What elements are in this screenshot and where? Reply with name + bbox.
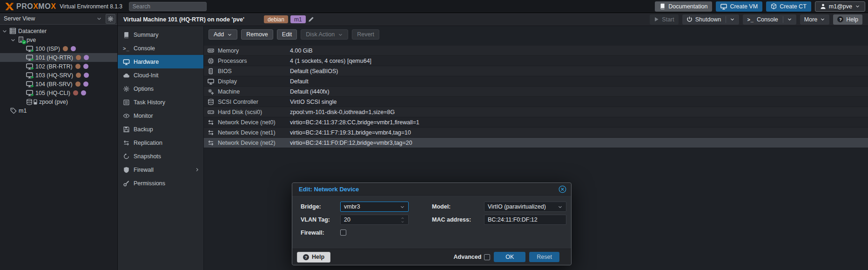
- row-memory[interactable]: Memory4.00 GiB: [204, 46, 868, 56]
- play-icon: [31, 49, 34, 53]
- vm-running-icon: [26, 63, 34, 70]
- row-network-net1[interactable]: Network Device (net1)virtio=BC:24:11:F7:…: [204, 128, 868, 138]
- row-processors[interactable]: Processors4 (1 sockets, 4 cores) [qemu64…: [204, 56, 868, 66]
- ok-button[interactable]: OK: [494, 252, 525, 262]
- tab-hardware[interactable]: Hardware: [118, 55, 203, 68]
- chevron-down-icon[interactable]: [400, 204, 405, 209]
- model-combo[interactable]: [484, 202, 566, 212]
- tab-console[interactable]: >_Console: [118, 41, 203, 55]
- documentation-button[interactable]: Documentation: [655, 1, 712, 12]
- tab-firewall[interactable]: Firewall: [118, 163, 203, 176]
- tree-item-datacenter[interactable]: Datacenter: [0, 27, 117, 35]
- chevron-down-icon[interactable]: [730, 17, 735, 22]
- advanced-checkbox[interactable]: [484, 254, 490, 260]
- tab-options[interactable]: Options: [118, 82, 203, 95]
- chevron-down-icon[interactable]: [787, 17, 792, 22]
- gear-icon: [123, 86, 130, 92]
- view-selector[interactable]: Server View: [0, 13, 117, 25]
- search-input[interactable]: [129, 2, 207, 11]
- row-hard-disk-scsi0[interactable]: Hard Disk (scsi0)zpool:vm-101-disk-0,iot…: [204, 107, 868, 117]
- tree-item-vm-104[interactable]: 104 (BR-SRV): [0, 80, 117, 88]
- tab-summary[interactable]: Summary: [118, 28, 203, 41]
- model-input[interactable]: [488, 203, 558, 210]
- chevron-down-icon: [820, 17, 825, 22]
- tree-item-node-pve[interactable]: pve: [0, 35, 117, 44]
- chevron-right-icon: [195, 167, 200, 172]
- tree-item-vm-100[interactable]: 100 (ISP): [0, 44, 117, 53]
- vlan-tag-input[interactable]: [344, 216, 400, 223]
- spinner-buttons[interactable]: [400, 216, 405, 223]
- chevron-down-icon[interactable]: [558, 204, 563, 209]
- more-button[interactable]: More: [800, 14, 829, 25]
- proxmox-wordmark: PROXMOX: [16, 2, 56, 11]
- tab-cloud-init[interactable]: Cloud-Init: [118, 68, 203, 82]
- tree-settings-button[interactable]: [106, 14, 115, 24]
- edit-tags-pencil-icon[interactable]: [308, 16, 314, 22]
- chevron-down-icon[interactable]: [2, 28, 7, 34]
- row-machine[interactable]: MachineDefault (i440fx): [204, 87, 868, 97]
- tab-monitor[interactable]: Monitor: [118, 109, 203, 122]
- row-scsi-controller[interactable]: SCSI ControllerVirtIO SCSI single: [204, 97, 868, 107]
- user-menu-button[interactable]: m1@pve: [815, 1, 865, 12]
- revert-button[interactable]: Revert: [352, 29, 379, 40]
- bridge-combo[interactable]: [340, 202, 409, 212]
- tree-item-storage-zpool[interactable]: zpool (pve): [0, 97, 117, 106]
- reset-button[interactable]: Reset: [529, 252, 559, 262]
- add-button[interactable]: Add: [209, 29, 237, 40]
- edit-button[interactable]: Edit: [277, 29, 297, 40]
- bridge-input[interactable]: [344, 203, 400, 210]
- question-icon: ?: [837, 16, 843, 22]
- row-display[interactable]: DisplayDefault: [204, 76, 868, 87]
- tab-snapshots[interactable]: Snapshots: [118, 149, 203, 163]
- firewall-label: Firewall:: [301, 228, 324, 238]
- gear-icon: [108, 16, 114, 22]
- tree-item-vm-103[interactable]: 103 (HQ-SRV): [0, 71, 117, 80]
- row-network-net0[interactable]: Network Device (net0)virtio=BC:24:11:37:…: [204, 117, 868, 128]
- exchange-arrows-icon: [208, 140, 214, 146]
- console-button[interactable]: >_Console: [743, 14, 796, 25]
- mac-address-input[interactable]: [488, 216, 563, 223]
- play-icon: [31, 67, 34, 70]
- tab-replication[interactable]: Replication: [118, 136, 203, 149]
- tag-dot-m1: [84, 55, 89, 60]
- tree-item-vm-105[interactable]: 105 (HQ-CLI): [0, 88, 117, 97]
- top-bar: PROXMOX Virtual Environment 8.1.3 Docume…: [0, 0, 868, 13]
- dialog-help-button[interactable]: ?Help: [297, 252, 330, 263]
- firewall-checkbox[interactable]: [340, 230, 346, 236]
- chevron-down-icon: [855, 4, 860, 9]
- start-button[interactable]: Start: [650, 14, 678, 25]
- create-ct-button[interactable]: Create CT: [766, 1, 811, 12]
- help-button[interactable]: ?Help: [833, 14, 862, 25]
- shield-icon: [123, 167, 130, 173]
- tag-dot-debian: [75, 81, 81, 87]
- tree-item-tag-m1[interactable]: m1: [0, 106, 117, 115]
- tree-item-vm-101[interactable]: 101 (HQ-RTR): [0, 53, 117, 62]
- shutdown-button[interactable]: Shutdown: [682, 14, 740, 25]
- exchange-arrows-icon: [208, 129, 214, 136]
- close-icon[interactable]: [558, 185, 566, 193]
- remove-button[interactable]: Remove: [241, 29, 273, 40]
- tree-item-vm-102[interactable]: 102 (BR-RTR): [0, 62, 117, 71]
- create-vm-button[interactable]: Create VM: [716, 1, 762, 12]
- row-bios[interactable]: BIOSDefault (SeaBIOS): [204, 66, 868, 76]
- caret-down-icon[interactable]: [400, 220, 405, 223]
- dialog-header[interactable]: Edit: Network Device: [292, 183, 571, 196]
- vlan-tag-spinner[interactable]: [340, 215, 409, 225]
- row-network-net2[interactable]: Network Device (net2)virtio=BC:24:11:F0:…: [204, 138, 868, 148]
- datacenter-icon: [9, 27, 16, 34]
- mac-address-field[interactable]: [484, 215, 566, 225]
- advanced-label: Advanced: [454, 254, 482, 260]
- chevron-down-icon[interactable]: [10, 37, 16, 43]
- history-icon: [123, 153, 130, 160]
- book-icon: [659, 3, 666, 9]
- disk-action-button[interactable]: Disk Action: [301, 29, 348, 40]
- tab-permissions[interactable]: Permissions: [118, 176, 203, 190]
- monitor-icon: [208, 78, 214, 85]
- proxmox-logo: PROXMOX: [5, 2, 56, 11]
- vm-tags: debian m1: [264, 15, 314, 23]
- play-icon: [31, 84, 34, 88]
- tab-backup[interactable]: Backup: [118, 122, 203, 136]
- tab-task-history[interactable]: Task History: [118, 95, 203, 109]
- vm-running-icon: [26, 72, 34, 79]
- caret-up-icon[interactable]: [400, 216, 405, 220]
